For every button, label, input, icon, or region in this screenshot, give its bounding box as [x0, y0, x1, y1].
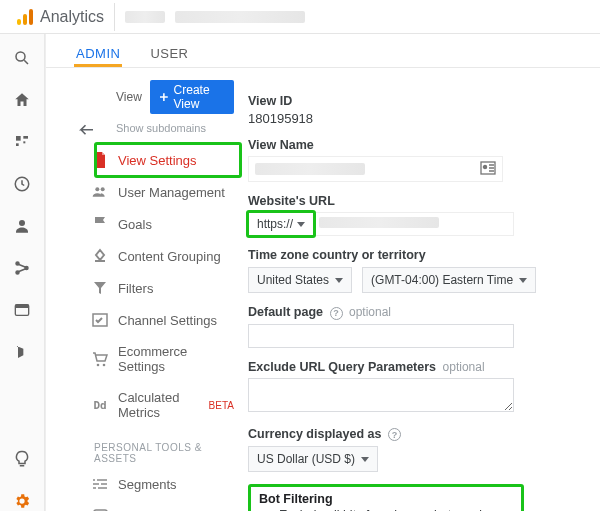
- dd-icon: Dd: [92, 397, 108, 413]
- url-row: https://: [248, 212, 514, 236]
- product-logo: Analytics: [16, 8, 104, 26]
- view-sidebar: View Create View Show subdomains View Se…: [46, 68, 234, 511]
- back-icon[interactable]: [78, 122, 96, 136]
- svg-line-4: [24, 60, 28, 64]
- menu-label: Segments: [118, 477, 177, 492]
- default-page-input[interactable]: [248, 324, 514, 348]
- menu-label: Filters: [118, 281, 153, 296]
- beta-badge: BETA: [209, 400, 234, 411]
- acquisition-icon[interactable]: [12, 258, 32, 278]
- menu-segments[interactable]: Segments: [46, 468, 234, 500]
- flag-icon: [92, 216, 108, 232]
- menu-label: Content Grouping: [118, 249, 221, 264]
- realtime-icon[interactable]: [12, 174, 32, 194]
- tab-admin[interactable]: ADMIN: [74, 40, 122, 67]
- menu-label: View Settings: [118, 153, 197, 168]
- view-name-redacted: [255, 163, 365, 175]
- menu-filters[interactable]: Filters: [46, 272, 234, 304]
- grouping-icon: [92, 248, 108, 264]
- menu-label: Ecommerce Settings: [118, 344, 234, 374]
- exclude-params-label: Exclude URL Query Parameters optional: [248, 360, 586, 374]
- audience-icon[interactable]: [12, 216, 32, 236]
- left-icon-rail: [0, 34, 45, 511]
- menu-ecommerce[interactable]: Ecommerce Settings: [46, 336, 234, 382]
- discover-icon[interactable]: [12, 449, 32, 469]
- view-name-row: [248, 156, 503, 182]
- view-menu: View Settings User Management Goals Cont…: [46, 144, 234, 511]
- channel-icon: [92, 312, 108, 328]
- chevron-down-icon: [335, 278, 343, 283]
- menu-goals[interactable]: Goals: [46, 208, 234, 240]
- svg-point-32: [483, 165, 486, 168]
- help-icon[interactable]: ?: [388, 428, 401, 441]
- settings-form: View ID 180195918 View Name Website's UR…: [234, 68, 600, 511]
- product-name: Analytics: [40, 8, 104, 26]
- currency-select[interactable]: US Dollar (USD $): [248, 446, 378, 472]
- chevron-down-icon: [519, 278, 527, 283]
- search-icon[interactable]: [12, 48, 32, 68]
- currency-label: Currency displayed as ?: [248, 427, 586, 442]
- svg-point-17: [95, 187, 99, 191]
- menu-calculated-metrics[interactable]: Dd Calculated Metrics BETA: [46, 382, 234, 428]
- menu-channel-settings[interactable]: Channel Settings: [46, 304, 234, 336]
- main-content: ADMIN USER View Create View Show subdoma…: [45, 34, 600, 511]
- svg-rect-6: [23, 136, 28, 139]
- svg-rect-5: [16, 136, 21, 141]
- header-divider: [114, 3, 115, 31]
- svg-rect-0: [17, 19, 21, 25]
- protocol-value: https://: [257, 217, 293, 231]
- svg-point-3: [16, 52, 25, 61]
- currency-value: US Dollar (USD $): [257, 452, 355, 466]
- behavior-icon[interactable]: [12, 300, 32, 320]
- document-icon: [92, 152, 108, 168]
- view-name-label: View Name: [248, 138, 586, 152]
- menu-annotations[interactable]: Annotations: [46, 500, 234, 511]
- admin-icon[interactable]: [12, 491, 32, 511]
- svg-point-21: [103, 363, 106, 366]
- svg-rect-15: [15, 305, 28, 308]
- contacts-icon[interactable]: [480, 161, 496, 177]
- view-id-value: 180195918: [248, 111, 586, 126]
- app-header: Analytics: [0, 0, 600, 34]
- timezone-value: (GMT-04:00) Eastern Time: [371, 273, 513, 287]
- property-breadcrumb-redacted: [175, 11, 305, 23]
- svg-rect-8: [16, 143, 19, 146]
- segments-icon: [92, 476, 108, 492]
- timezone-label: Time zone country or territory: [248, 248, 586, 262]
- help-icon[interactable]: ?: [330, 307, 343, 320]
- menu-view-settings[interactable]: View Settings: [46, 144, 234, 176]
- svg-rect-7: [23, 141, 25, 143]
- conversions-icon[interactable]: [12, 342, 32, 362]
- view-label: View: [116, 90, 142, 104]
- menu-user-management[interactable]: User Management: [46, 176, 234, 208]
- default-page-label: Default page ? optional: [248, 305, 586, 320]
- analytics-icon: [16, 8, 34, 26]
- country-select[interactable]: United States: [248, 267, 352, 293]
- url-value-redacted[interactable]: [313, 213, 513, 235]
- exclude-params-input[interactable]: [248, 378, 514, 412]
- menu-label: User Management: [118, 185, 225, 200]
- menu-label: Calculated Metrics: [118, 390, 196, 420]
- show-subdomains-text: Show subdomains: [46, 120, 234, 144]
- timezone-select[interactable]: (GMT-04:00) Eastern Time: [362, 267, 536, 293]
- filter-icon: [92, 280, 108, 296]
- dashboard-icon[interactable]: [12, 132, 32, 152]
- menu-content-grouping[interactable]: Content Grouping: [46, 240, 234, 272]
- svg-rect-1: [23, 14, 27, 25]
- chevron-down-icon: [297, 222, 305, 227]
- protocol-select[interactable]: https://: [246, 210, 316, 238]
- menu-label: Goals: [118, 217, 152, 232]
- url-label: Website's URL: [248, 194, 586, 208]
- bot-filtering-box: Bot Filtering Exclude all hits from know…: [248, 484, 524, 511]
- admin-tabs: ADMIN USER: [46, 34, 600, 68]
- people-icon: [92, 184, 108, 200]
- chevron-down-icon: [361, 457, 369, 462]
- section-personal-tools: PERSONAL TOOLS & ASSETS: [46, 428, 234, 468]
- tab-user[interactable]: USER: [148, 40, 190, 67]
- create-view-button[interactable]: Create View: [150, 80, 234, 114]
- menu-label: Channel Settings: [118, 313, 217, 328]
- home-icon[interactable]: [12, 90, 32, 110]
- svg-point-20: [97, 363, 100, 366]
- cart-icon: [92, 351, 108, 367]
- account-breadcrumb-redacted: [125, 11, 165, 23]
